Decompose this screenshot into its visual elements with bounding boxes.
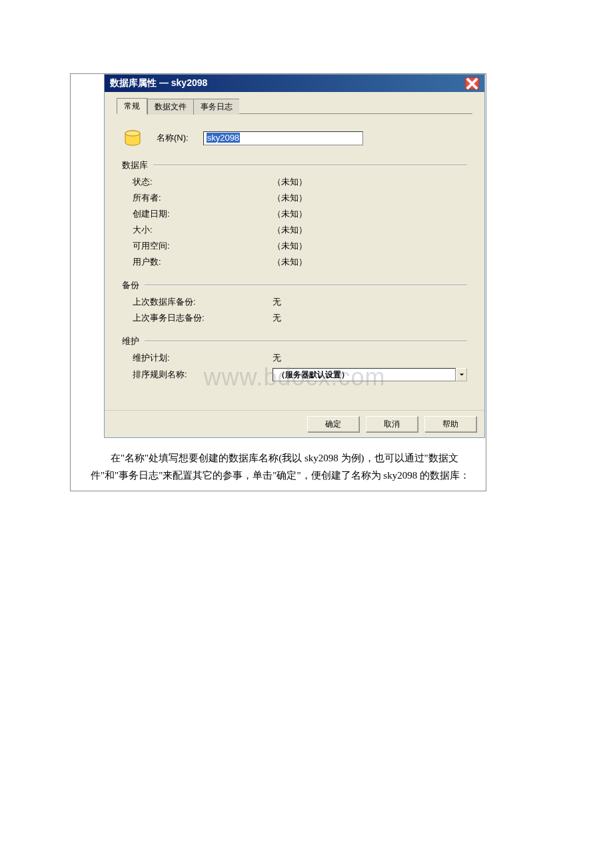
chevron-down-icon[interactable] [456,368,467,381]
size-label: 大小: [133,224,273,236]
dialog-buttons: 确定 取消 帮助 [105,410,484,437]
free-label: 可用空间: [133,240,273,252]
collation-dropdown[interactable]: （服务器默认设置） [273,368,467,381]
cancel-button[interactable]: 取消 [366,416,418,432]
collation-value: （服务器默认设置） [273,368,456,381]
users-value: （未知） [273,256,467,268]
dialog-body: 常规 数据文件 事务日志 名称(N): sky2098 [105,92,484,410]
plan-label: 维护计划: [133,352,273,364]
database-properties-dialog: 数据库属性 — sky2098 常规 数据文件 事务日志 [104,74,485,438]
free-value: （未知） [273,240,467,252]
name-input[interactable]: sky2098 [203,131,363,145]
titlebar-text: 数据库属性 — sky2098 [110,77,207,89]
name-row: 名称(N): sky2098 [122,127,467,149]
lastdb-label: 上次数据库备份: [133,296,273,308]
plan-value: 无 [273,352,467,364]
row-plan: 维护计划: 无 [122,350,467,366]
row-users: 用户数: （未知） [122,254,467,270]
tab-txlog[interactable]: 事务日志 [193,99,239,115]
row-status: 状态: （未知） [122,174,467,190]
group-database-legend: 数据库 [122,159,153,171]
group-maint: 维护 维护计划: 无 排序规则名称: （服务器默认设置） [122,333,467,383]
row-lastdb: 上次数据库备份: 无 [122,294,467,310]
tab-strip: 常规 数据文件 事务日志 [117,97,472,114]
row-owner: 所有者: （未知） [122,190,467,206]
created-value: （未知） [273,208,467,220]
divider [145,285,467,286]
lastlog-label: 上次事务日志备份: [133,312,273,324]
users-label: 用户数: [133,256,273,268]
help-button[interactable]: 帮助 [424,416,476,432]
row-created: 创建日期: （未知） [122,206,467,222]
owner-value: （未知） [273,192,467,204]
group-backup-legend: 备份 [122,279,145,291]
status-value: （未知） [273,176,467,188]
owner-label: 所有者: [133,192,273,204]
created-label: 创建日期: [133,208,273,220]
tab-datafile[interactable]: 数据文件 [147,99,193,115]
row-collation: 排序规则名称: （服务器默认设置） [122,366,467,383]
page-container: 数据库属性 — sky2098 常规 数据文件 事务日志 [70,73,486,491]
row-size: 大小: （未知） [122,222,467,238]
divider [145,341,467,342]
svg-point-1 [125,131,140,136]
status-label: 状态: [133,176,273,188]
group-backup: 备份 上次数据库备份: 无 上次事务日志备份: 无 [122,277,467,326]
divider [153,165,467,166]
name-input-value: sky2098 [207,133,240,143]
row-lastlog: 上次事务日志备份: 无 [122,310,467,326]
tab-panel-general: 名称(N): sky2098 数据库 状态: （未知） [113,121,476,403]
group-database: 数据库 状态: （未知） 所有者: （未知） 创建日期: （未知） [122,157,467,270]
ok-button[interactable]: 确定 [307,416,359,432]
row-free: 可用空间: （未知） [122,238,467,254]
lastlog-value: 无 [273,312,467,324]
lastdb-value: 无 [273,296,467,308]
name-label: 名称(N): [157,132,189,144]
close-icon[interactable] [465,77,479,89]
database-icon [122,127,143,149]
tab-general[interactable]: 常规 [117,98,147,114]
collation-label: 排序规则名称: [133,369,273,381]
titlebar: 数据库属性 — sky2098 [105,75,484,92]
size-value: （未知） [273,224,467,236]
description-text: 在"名称"处填写想要创建的数据库名称(我以 sky2098 为例)，也可以通过"… [71,438,486,491]
group-maint-legend: 维护 [122,335,145,347]
